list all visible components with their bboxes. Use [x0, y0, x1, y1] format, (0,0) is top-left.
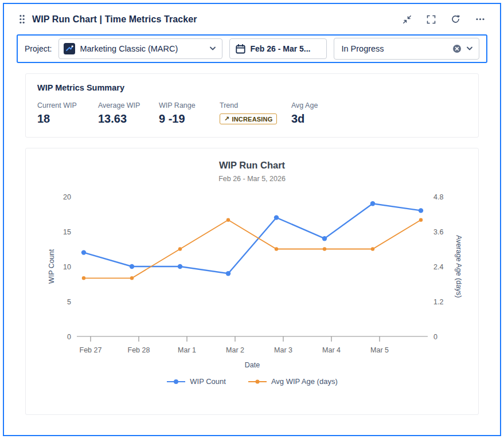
svg-text:1.2: 1.2 — [433, 298, 443, 306]
svg-text:5: 5 — [67, 298, 71, 306]
trend-increasing-badge: ↗ INCREASING — [220, 113, 277, 124]
status-select-value: In Progress — [341, 44, 448, 53]
svg-text:Mar 1: Mar 1 — [178, 346, 196, 354]
metric-current-wip: Current WIP 18 — [37, 101, 98, 126]
status-select[interactable]: In Progress — [334, 38, 479, 60]
svg-text:WIP Count: WIP Count — [48, 249, 56, 284]
chart-subtitle: Feb 26 - Mar 5, 2026 — [26, 175, 478, 183]
svg-text:Mar 2: Mar 2 — [226, 346, 244, 354]
metric-label: Current WIP — [37, 101, 98, 109]
metric-label: WIP Range — [159, 101, 220, 109]
fullscreen-icon[interactable] — [425, 14, 437, 25]
refresh-icon[interactable] — [450, 13, 462, 25]
trend-up-arrow-icon: ↗ — [224, 115, 229, 123]
svg-text:4.8: 4.8 — [433, 193, 443, 201]
svg-text:0: 0 — [433, 333, 437, 341]
summary-title: WIP Metrics Summary — [37, 83, 467, 92]
metric-value: 9 -19 — [159, 112, 220, 126]
wip-run-chart-plot: 0510152001.22.43.64.8Feb 27Feb 28Mar 1Ma… — [29, 189, 476, 375]
metric-label: Avg Age — [291, 101, 352, 109]
metric-value: 13.63 — [98, 112, 159, 126]
chart-legend: WIP Count Avg WIP Age (days) — [26, 377, 478, 386]
chevron-down-icon — [209, 46, 216, 51]
wip-metrics-summary-card: WIP Metrics Summary Current WIP 18 Avera… — [25, 73, 479, 138]
svg-text:3.6: 3.6 — [433, 228, 443, 236]
project-filter-label: Project: — [25, 44, 52, 53]
svg-text:Mar 5: Mar 5 — [370, 346, 389, 354]
legend-label: Avg WIP Age (days) — [271, 377, 338, 386]
legend-label: WIP Count — [190, 377, 226, 386]
header-actions — [401, 13, 486, 25]
svg-text:Mar 4: Mar 4 — [322, 346, 341, 354]
metric-label: Average WIP — [98, 101, 159, 109]
metric-label: Trend — [220, 101, 291, 109]
filter-bar: Project: Marketing Classic (MARC) — [17, 34, 487, 63]
clear-selection-icon[interactable] — [452, 44, 462, 53]
trend-badge-label: INCREASING — [232, 116, 272, 123]
date-range-value: Feb 26 - Mar 5... — [250, 44, 310, 53]
calendar-icon — [236, 44, 245, 54]
metrics-row: Current WIP 18 Average WIP 13.63 WIP Ran… — [37, 101, 467, 126]
svg-text:0: 0 — [67, 333, 71, 341]
legend-marker-wip-count — [166, 378, 186, 385]
chevron-down-icon — [466, 46, 473, 51]
svg-text:15: 15 — [63, 228, 71, 236]
project-dropdown-value: Marketing Classic (MARC) — [80, 44, 205, 53]
date-range-picker[interactable]: Feb 26 - Mar 5... — [229, 38, 327, 59]
page-title: WIP Run Chart | Time Metrics Tracker — [32, 14, 197, 25]
metric-avg-age: Avg Age 3d — [291, 101, 352, 126]
project-avatar-icon — [64, 43, 75, 54]
metric-wip-range: WIP Range 9 -19 — [159, 101, 220, 126]
metric-value: 18 — [37, 112, 98, 126]
gadget-header: WIP Run Chart | Time Metrics Tracker — [4, 4, 500, 31]
screenshot-root: WIP Run Chart | Time Metrics Tracker — [0, 0, 504, 439]
legend-item-avg-wip-age[interactable]: Avg WIP Age (days) — [248, 377, 338, 386]
svg-text:2.4: 2.4 — [433, 263, 443, 271]
svg-text:Mar 3: Mar 3 — [274, 346, 292, 354]
svg-text:Average Age (days): Average Age (days) — [455, 235, 463, 298]
legend-item-wip-count[interactable]: WIP Count — [166, 377, 226, 386]
metric-trend: Trend ↗ INCREASING — [220, 101, 291, 126]
wip-gadget: WIP Run Chart | Time Metrics Tracker — [3, 3, 501, 436]
chart-title: WIP Run Chart — [26, 160, 478, 171]
svg-text:10: 10 — [63, 263, 71, 271]
svg-text:Date: Date — [244, 361, 259, 369]
drag-handle-icon[interactable] — [19, 14, 25, 24]
svg-text:20: 20 — [63, 193, 71, 201]
collapse-icon[interactable] — [401, 14, 413, 25]
more-options-icon[interactable] — [474, 13, 486, 25]
svg-text:Feb 28: Feb 28 — [127, 346, 150, 354]
project-dropdown[interactable]: Marketing Classic (MARC) — [58, 38, 222, 59]
legend-marker-avg-wip-age — [248, 378, 267, 385]
metric-average-wip: Average WIP 13.63 — [98, 101, 159, 126]
wip-run-chart-card: WIP Run Chart Feb 26 - Mar 5, 2026 05101… — [25, 148, 479, 415]
svg-text:Feb 27: Feb 27 — [79, 346, 101, 354]
metric-value: 3d — [291, 112, 352, 126]
